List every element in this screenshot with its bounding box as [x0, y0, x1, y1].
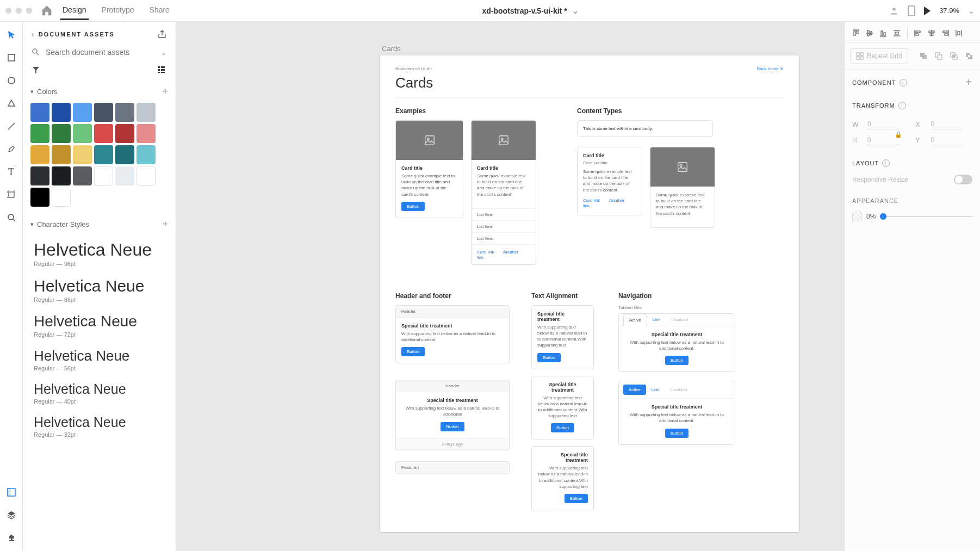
card-button[interactable]: Button [401, 202, 425, 211]
hf-card-1[interactable]: Header Special title treatment With supp… [395, 305, 510, 363]
nav-tab-link[interactable]: Link [647, 314, 666, 326]
ta-card-left[interactable]: Special title treatment With supporting … [531, 305, 594, 369]
distribute-h-icon[interactable] [953, 27, 965, 39]
tab-design[interactable]: Design [60, 1, 89, 20]
align-right-icon[interactable] [939, 27, 951, 39]
charstyle-item[interactable]: Helvetica NeueRegular — 72pt [29, 309, 169, 342]
window-controls[interactable] [5, 8, 32, 14]
x-input[interactable] [931, 119, 963, 129]
card-button[interactable]: Button [537, 353, 561, 362]
example-card-2[interactable]: Card title Some quick example text to bu… [471, 120, 536, 265]
align-top-icon[interactable] [850, 27, 862, 39]
card-button[interactable]: Button [665, 356, 689, 365]
card-button[interactable]: Button [401, 347, 425, 356]
pen-tool-icon[interactable] [6, 144, 17, 154]
color-swatch[interactable] [94, 103, 113, 122]
add-component-icon[interactable]: + [965, 76, 972, 89]
ta-card-right[interactable]: Special title treatment With supporting … [531, 446, 594, 510]
charstyle-item[interactable]: Helvetica NeueRegular — 40pt [29, 378, 169, 409]
responsive-resize-toggle[interactable] [954, 175, 972, 184]
info-icon[interactable]: i [898, 102, 906, 109]
share-icon[interactable] [157, 29, 167, 39]
align-bottom-icon[interactable] [877, 27, 889, 39]
text-tool-icon[interactable]: T [6, 166, 17, 177]
opacity-slider[interactable] [880, 216, 972, 217]
colors-section-header[interactable]: ▾ Colors + [23, 81, 176, 101]
color-swatch[interactable] [115, 145, 134, 164]
list-item[interactable]: List Item [472, 208, 536, 220]
color-swatch[interactable] [30, 166, 49, 185]
list-item[interactable]: List Item [472, 220, 536, 232]
line-tool-icon[interactable] [6, 121, 17, 132]
tab-prototype[interactable]: Prototype [100, 1, 137, 20]
search-dropdown-icon[interactable]: ⌄ [161, 48, 167, 57]
content-card-links[interactable]: Card title Card subtitle Some quick exam… [577, 147, 642, 215]
hf-card-2[interactable]: Header Special title treatment With supp… [395, 380, 510, 450]
assets-search-input[interactable] [46, 48, 156, 57]
color-swatch[interactable] [52, 145, 71, 164]
align-center-icon[interactable] [926, 27, 938, 39]
card-button[interactable]: Button [565, 494, 588, 503]
charstyle-item[interactable]: Helvetica NeueRegular — 88pt [29, 274, 169, 307]
zoom-dot-icon[interactable] [26, 8, 32, 14]
card-button[interactable]: Button [665, 429, 689, 438]
content-card-image[interactable]: Some quick example text to build on the … [650, 147, 715, 228]
opacity-value[interactable]: 0% [866, 213, 876, 220]
avatar-icon[interactable] [889, 6, 899, 16]
boolean-subtract-icon[interactable] [933, 51, 944, 61]
color-swatch[interactable] [52, 124, 71, 143]
color-swatch[interactable] [94, 124, 113, 143]
ellipse-tool-icon[interactable] [6, 75, 17, 86]
nav-card-pills[interactable]: Active Link Disabled Special title treat… [618, 381, 735, 444]
card-link[interactable]: Card link [583, 198, 600, 203]
boolean-intersect-icon[interactable] [948, 51, 959, 61]
repeat-grid-button[interactable]: Repeat Grid [850, 48, 908, 64]
example-card-1[interactable]: Card title Some quick example text to bu… [395, 120, 463, 218]
canvas[interactable]: Cards Bootstrap v5 UI Kit Back home ✕ Ca… [176, 22, 844, 551]
distribute-v-icon[interactable] [891, 27, 903, 39]
assets-panel-icon[interactable] [6, 487, 17, 498]
color-swatch[interactable] [94, 166, 113, 185]
charstyle-item[interactable]: Helvetica NeueRegular — 56pt [29, 344, 169, 376]
color-swatch[interactable] [30, 188, 49, 207]
card-link[interactable]: Card link [477, 250, 494, 255]
tab-share[interactable]: Share [147, 1, 172, 20]
minimize-dot-icon[interactable] [16, 8, 22, 14]
back-home-link[interactable]: Back home ✕ [757, 66, 784, 71]
layers-panel-icon[interactable] [6, 510, 17, 521]
color-swatch[interactable] [52, 103, 71, 122]
color-swatch[interactable] [137, 103, 156, 122]
mobile-preview-icon[interactable] [908, 5, 915, 16]
chevron-down-icon[interactable]: ⌄ [572, 7, 579, 15]
artboard-label[interactable]: Cards [382, 45, 401, 53]
rectangle-tool-icon[interactable] [6, 52, 17, 63]
card-button[interactable]: Button [441, 422, 464, 431]
hf-card-3[interactable]: Featured [395, 461, 510, 474]
boolean-exclude-icon[interactable] [964, 51, 975, 61]
color-swatch[interactable] [115, 166, 134, 185]
list-item[interactable]: List Item [472, 232, 536, 244]
color-swatch[interactable] [30, 124, 49, 143]
add-charstyle-icon[interactable]: + [162, 219, 168, 230]
nav-pill-active[interactable]: Active [623, 385, 646, 395]
color-swatch[interactable] [137, 124, 156, 143]
lock-icon[interactable]: 🔒 [895, 131, 902, 138]
color-swatch[interactable] [73, 145, 92, 164]
zoom-chevron-icon[interactable]: ⌄ [968, 7, 975, 15]
card-body-only[interactable]: This is some text within a card body. [577, 120, 713, 137]
opacity-swatch-icon[interactable] [852, 212, 862, 221]
zoom-tool-icon[interactable] [6, 212, 17, 223]
zoom-value[interactable]: 37.9% [939, 7, 959, 15]
color-swatch[interactable] [115, 103, 134, 122]
nav-tab-disabled[interactable]: Disabled [666, 314, 693, 326]
charstyles-section-header[interactable]: ▾ Character Styles + [23, 213, 176, 233]
nav-pill-disabled[interactable]: Disabled [665, 385, 692, 395]
color-swatch[interactable] [73, 124, 92, 143]
boolean-add-icon[interactable] [918, 51, 929, 61]
y-input[interactable] [931, 135, 963, 145]
artboard-tool-icon[interactable] [6, 189, 17, 200]
plugins-panel-icon[interactable] [6, 533, 17, 543]
assets-back-icon[interactable]: ‹ [32, 30, 34, 39]
color-swatch[interactable] [94, 145, 113, 164]
width-input[interactable] [867, 119, 899, 129]
